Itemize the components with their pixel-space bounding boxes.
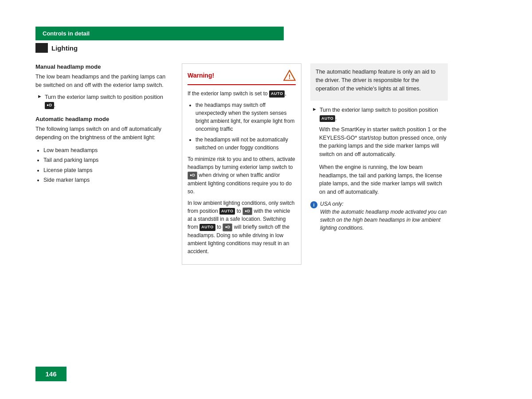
svg-text:!: !	[289, 73, 291, 80]
info-note-content: USA only: With the automatic headlamp mo…	[320, 201, 448, 232]
arrow-icon-right: ►	[312, 106, 317, 112]
auto-badge-2: AUTO	[219, 208, 235, 215]
auto-badge-3: AUTO	[200, 224, 215, 231]
warning-bullet-list: the headlamps may switch off unexpectedl…	[196, 101, 296, 152]
right-arrow-text: Turn the exterior lamp switch to positio…	[320, 106, 448, 123]
automatic-bullet-list: Low beam headlamps Tail and parking lamp…	[43, 145, 168, 185]
warning-title: Warning!	[188, 72, 214, 79]
manual-intro-text: The low beam headlamps and the parking l…	[35, 73, 168, 90]
manual-arrow-item: ► Turn the exterior lamp switch to posit…	[37, 93, 168, 110]
arrow-icon: ►	[37, 94, 42, 99]
warning-triangle-icon: !	[283, 69, 296, 82]
right-arrow-item: ► Turn the exterior lamp switch to posit…	[312, 106, 448, 123]
right-column: The automatic headlamp feature is only a…	[306, 63, 448, 265]
auto-badge-1: AUTO	[269, 90, 285, 98]
main-content: Manual headlamp mode The low beam headla…	[35, 63, 532, 265]
section-title: Lighting	[51, 44, 78, 52]
low-badge-3: ●D	[223, 223, 232, 231]
list-item: the headlamps will not be automatically …	[196, 136, 296, 152]
usa-only-label: USA only:	[320, 201, 448, 207]
section-black-bar	[35, 43, 48, 53]
list-item: the headlamps may switch off unexpectedl…	[196, 101, 296, 133]
info-box-text: The automatic headlamp feature is only a…	[316, 68, 442, 93]
chapter-header: Controls in detail	[35, 27, 284, 40]
list-item: License plate lamps	[43, 165, 168, 176]
left-column: Manual headlamp mode The low beam headla…	[35, 63, 177, 265]
usa-only-text: With the automatic headlamp mode activat…	[320, 209, 446, 231]
chapter-title: Controls in detail	[43, 30, 90, 37]
list-item: Side marker lamps	[43, 175, 168, 185]
list-item: Low beam headlamps	[43, 145, 168, 156]
automatic-heading: Automatic headlamp mode	[35, 116, 168, 122]
manual-position-badge: ●D	[45, 102, 54, 109]
low-ambient-text: In low ambient lighting conditions, only…	[188, 199, 296, 255]
warning-intro-text: If the exterior lamp switch is set to AU…	[188, 90, 296, 98]
info-circle-icon: i	[310, 201, 317, 208]
engine-text: When the engine is running, the low beam…	[319, 163, 448, 196]
middle-column: Warning! ! If the exterior lamp switch i…	[177, 63, 306, 265]
smartkey-text: With the SmartKey in starter switch posi…	[319, 125, 448, 159]
page-number: 146	[35, 367, 66, 381]
warning-box: Warning! ! If the exterior lamp switch i…	[182, 63, 301, 265]
minimize-badge: ●D	[188, 172, 197, 180]
minimize-text: To minimize risk to you and to others, a…	[188, 155, 296, 196]
info-box-gray: The automatic headlamp feature is only a…	[310, 63, 448, 101]
low-badge-2: ●D	[243, 207, 252, 215]
list-item: Tail and parking lamps	[43, 155, 168, 165]
right-auto-badge: AUTO	[320, 115, 335, 122]
info-note: i USA only: With the automatic headlamp …	[310, 201, 448, 232]
section-title-row: Lighting	[35, 40, 532, 55]
manual-heading: Manual headlamp mode	[35, 63, 168, 70]
warning-header: Warning! !	[188, 69, 296, 85]
manual-arrow-text: Turn the exterior lamp switch to positio…	[45, 93, 168, 110]
automatic-intro-text: The following lamps switch on and off au…	[35, 125, 168, 142]
